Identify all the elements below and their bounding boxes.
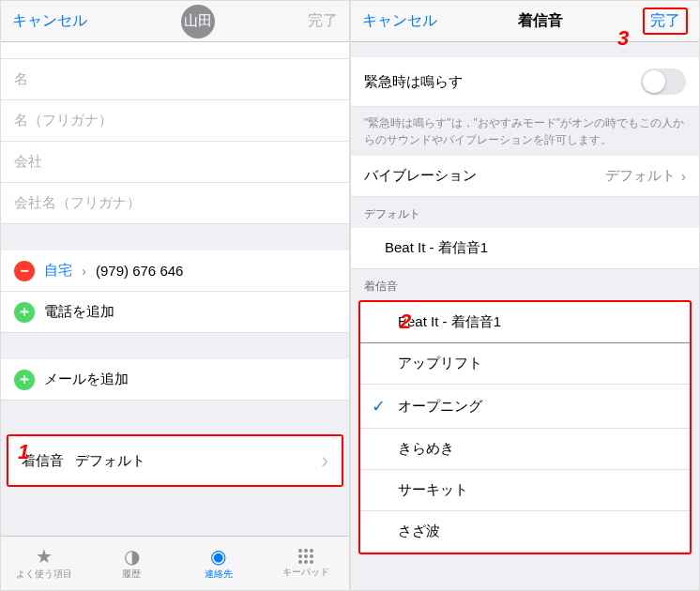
avatar[interactable]: 山田 <box>181 5 215 38</box>
company-field[interactable]: 会社 <box>1 142 349 183</box>
ringtone-value: デフォルト <box>75 452 145 470</box>
ringtone-name: さざ波 <box>398 523 440 540</box>
phone-type[interactable]: 自宅 <box>44 262 72 280</box>
phone-row[interactable]: − 自宅 › (979) 676 646 <box>1 250 349 292</box>
contact-edit-screen: キャンセル 山田 完了 名 名（フリガナ） 会社 会社名（フリガナ） − 自宅 … <box>0 0 350 591</box>
form-scroll: 名 名（フリガナ） 会社 会社名（フリガナ） − 自宅 › (979) 676 … <box>1 42 349 590</box>
done-button[interactable]: 完了 <box>308 11 338 31</box>
cancel-button[interactable]: キャンセル <box>12 11 87 31</box>
ringtone-name: オープニング <box>398 398 482 416</box>
chevron-right-icon: › <box>82 263 86 279</box>
star-icon: ★ <box>36 547 53 566</box>
ringtone-option[interactable]: アップリフト <box>360 343 690 385</box>
nav-bar: キャンセル 着信音 完了 <box>351 1 699 42</box>
help-text: "緊急時は鳴らす"は，"おやすみモード"がオンの時でもこの人からのサウンドやバイ… <box>351 107 699 156</box>
tab-contacts[interactable]: ◉ 連絡先 <box>175 537 263 590</box>
emergency-switch[interactable] <box>641 68 686 95</box>
chevron-right-icon: › <box>321 447 328 474</box>
ringtone-row-highlight: 着信音 デフォルト › <box>7 434 343 487</box>
ringtone-name: アップリフト <box>398 355 482 372</box>
keypad-icon <box>298 549 313 564</box>
add-phone-row[interactable]: ＋ 電話を追加 <box>1 292 349 333</box>
company-furigana-field[interactable]: 会社名（フリガナ） <box>1 183 349 224</box>
annotation-2: 2 <box>400 310 411 334</box>
ringtone-section-header: 着信音 <box>351 269 699 300</box>
ringtone-name: きらめき <box>398 440 454 458</box>
checkmark-icon: ✓ <box>368 396 388 417</box>
cancel-button[interactable]: キャンセル <box>362 11 437 31</box>
mei-field[interactable]: 名 <box>1 59 349 100</box>
ringtone-list-highlight: Beat It - 着信音1アップリフト✓オープニングきらめきサーキットさざ波 <box>358 300 692 554</box>
vibration-value: デフォルト <box>605 167 676 185</box>
clock-icon: ◑ <box>124 547 140 566</box>
emergency-bypass-row[interactable]: 緊急時は鳴らす <box>351 57 699 107</box>
emergency-label: 緊急時は鳴らす <box>364 73 463 91</box>
ringtone-picker-screen: キャンセル 着信音 完了 緊急時は鳴らす "緊急時は鳴らす"は，"おやすみモード… <box>350 0 700 591</box>
tab-recents[interactable]: ◑ 履歴 <box>88 537 175 590</box>
tab-bar: ★ よく使う項目 ◑ 履歴 ◉ 連絡先 キーパッド <box>1 536 349 590</box>
annotation-1: 1 <box>18 440 29 464</box>
vibration-row[interactable]: バイブレーション デフォルト › <box>351 156 699 197</box>
default-tone-row[interactable]: Beat It - 着信音1 <box>351 228 699 269</box>
minus-icon[interactable]: − <box>14 261 35 281</box>
vibration-label: バイブレーション <box>364 167 477 185</box>
plus-icon[interactable]: ＋ <box>14 370 35 390</box>
sei-field[interactable] <box>1 42 349 59</box>
ringtone-option[interactable]: サーキット <box>360 470 690 511</box>
phone-number[interactable]: (979) 676 646 <box>96 263 183 279</box>
contact-icon: ◉ <box>210 547 226 566</box>
tab-keypad[interactable]: キーパッド <box>262 537 349 590</box>
default-tone-label: Beat It - 着信音1 <box>385 239 488 257</box>
ringtone-name: Beat It - 着信音1 <box>398 313 501 331</box>
ringtone-name: サーキット <box>398 481 468 499</box>
nav-title: 着信音 <box>518 11 563 31</box>
default-section-header: デフォルト <box>351 197 699 228</box>
tab-favorites[interactable]: ★ よく使う項目 <box>1 537 88 590</box>
nav-bar: キャンセル 山田 完了 <box>1 1 349 42</box>
mei-furigana-field[interactable]: 名（フリガナ） <box>1 100 349 142</box>
ringtone-option[interactable]: ✓オープニング <box>360 385 690 429</box>
done-button[interactable]: 完了 <box>643 8 688 35</box>
add-mail-row[interactable]: ＋ メールを追加 <box>1 359 349 401</box>
chevron-right-icon: › <box>681 168 686 184</box>
ringtone-option[interactable]: きらめき <box>360 429 690 470</box>
ringtone-option[interactable]: さざ波 <box>360 511 690 553</box>
annotation-3: 3 <box>617 26 629 51</box>
add-phone-label: 電話を追加 <box>44 303 114 321</box>
ringtone-row[interactable]: 着信音 デフォルト › <box>8 436 342 485</box>
add-mail-label: メールを追加 <box>44 371 129 388</box>
plus-icon[interactable]: ＋ <box>14 302 35 323</box>
